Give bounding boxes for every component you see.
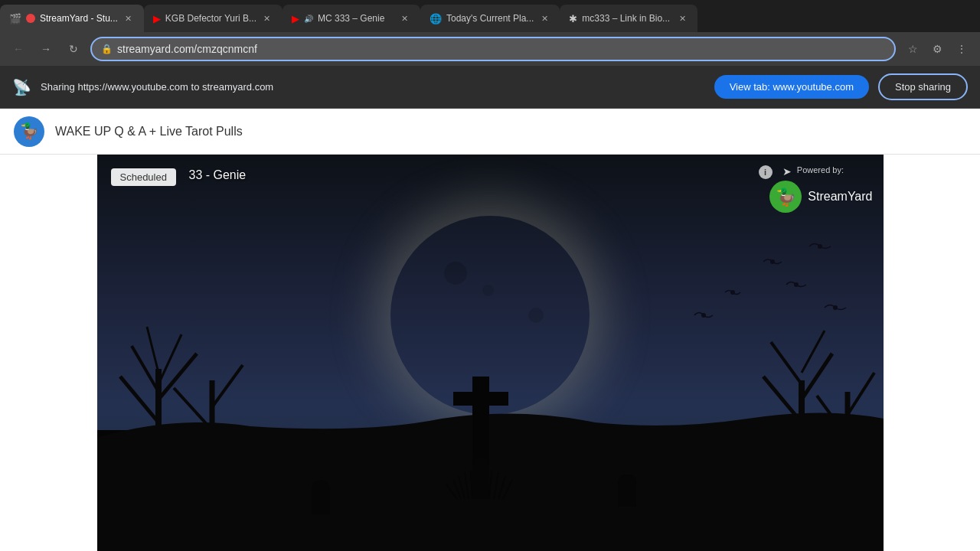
tab-close-mc333bio[interactable]: ✕ <box>676 12 688 24</box>
url-text: streamyard.com/cmzqcnmcnf <box>117 43 885 55</box>
tab-today[interactable]: 🌐 Today's Current Pla... ✕ <box>420 5 560 32</box>
tab-favicon-today: 🌐 <box>430 13 442 24</box>
svg-point-31 <box>730 290 735 295</box>
svg-text:🦆: 🦆 <box>20 122 39 140</box>
sharing-bar: 📡 Sharing https://www.youtube.com to str… <box>0 66 980 109</box>
tab-streamyard[interactable]: 🎬 StreamYard - Stu... ✕ <box>0 5 144 32</box>
tab-close-mc333[interactable]: ✕ <box>399 12 411 24</box>
tab-title-streamyard: StreamYard - Stu... <box>40 13 118 24</box>
menu-button[interactable]: ⋮ <box>951 38 972 60</box>
tab-close-streamyard[interactable]: ✕ <box>122 12 135 24</box>
powered-by-text: Powered by: <box>797 165 844 174</box>
recording-indicator <box>26 14 35 23</box>
svg-line-44 <box>848 373 874 415</box>
tab-close-today[interactable]: ✕ <box>538 12 550 24</box>
page-content: 🦆 WAKE UP Q & A + Live Tarot Pulls <box>0 109 980 551</box>
svg-rect-13 <box>453 392 508 406</box>
svg-line-40 <box>771 342 802 384</box>
svg-line-8 <box>147 327 158 373</box>
tab-kgb[interactable]: ▶ KGB Defector Yuri B... ✕ <box>144 5 283 32</box>
svg-text:🦆: 🦆 <box>776 187 797 207</box>
forward-button[interactable]: → <box>35 38 57 60</box>
tab-favicon-yt2: ▶ <box>153 13 161 24</box>
svg-rect-20 <box>250 445 258 491</box>
svg-point-34 <box>818 244 822 249</box>
watermark-duck-logo: 🦆 <box>768 179 803 214</box>
svg-rect-16 <box>648 426 659 487</box>
svg-rect-15 <box>310 442 347 452</box>
svg-point-32 <box>770 259 775 264</box>
svg-rect-19 <box>806 448 837 456</box>
svg-point-36 <box>833 305 838 310</box>
video-background: Scheduled 33 - Genie i ➤ Powered by: 🦆 <box>97 155 884 551</box>
tab-favicon-streamyard: 🎬 <box>9 13 21 24</box>
tab-title-mc333: MC 333 – Genie <box>318 13 394 24</box>
svg-point-33 <box>794 282 799 287</box>
scheduled-badge: Scheduled <box>111 168 176 186</box>
browser-chrome: 🎬 StreamYard - Stu... ✕ ▶ KGB Defector Y… <box>0 0 980 109</box>
address-bar[interactable]: 🔒 streamyard.com/cmzqcnmcnf <box>90 37 896 61</box>
tab-mc333-bio[interactable]: ✱ mc333 – Link in Bio... ✕ <box>560 5 697 32</box>
watermark-name-text: StreamYard <box>808 190 872 204</box>
nav-actions: ☆ ⚙ ⋮ <box>902 38 972 60</box>
nav-bar: ← → ↻ 🔒 streamyard.com/cmzqcnmcnf ☆ ⚙ ⋮ <box>0 32 980 66</box>
stop-sharing-button[interactable]: Stop sharing <box>878 73 968 100</box>
svg-rect-12 <box>472 377 489 468</box>
sharing-text: Sharing https://www.youtube.com to strea… <box>41 81 705 93</box>
tab-title-kgb: KGB Defector Yuri B... <box>165 13 256 24</box>
video-title-overlay: 33 - Genie <box>189 168 247 182</box>
tab-mc333[interactable]: ▶ 🔊 MC 333 – Genie ✕ <box>283 5 420 32</box>
streamyard-watermark: Powered by: 🦆 StreamYard <box>768 165 872 214</box>
site-header: 🦆 WAKE UP Q & A + Live Tarot Pulls <box>0 109 980 155</box>
svg-rect-18 <box>817 438 826 491</box>
view-tab-button[interactable]: View tab: www.youtube.com <box>714 75 869 99</box>
tab-title-mc333bio: mc333 – Link in Bio... <box>582 13 671 24</box>
address-security-icon: 🔒 <box>101 44 113 54</box>
svg-rect-17 <box>635 439 672 448</box>
tab-favicon-yt3: ▶ <box>292 13 299 24</box>
site-logo: 🦆 <box>12 115 46 148</box>
tab-bar: 🎬 StreamYard - Stu... ✕ ▶ KGB Defector Y… <box>0 0 980 32</box>
bookmark-button[interactable]: ☆ <box>902 38 923 60</box>
share-cast-icon: 📡 <box>12 78 31 96</box>
halloween-scene-svg <box>97 155 884 551</box>
site-page-title: WAKE UP Q & A + Live Tarot Pulls <box>55 125 243 139</box>
back-button[interactable]: ← <box>8 38 29 60</box>
svg-line-41 <box>802 331 825 373</box>
reload-button[interactable]: ↻ <box>63 38 84 60</box>
svg-point-35 <box>701 313 706 318</box>
svg-line-11 <box>212 365 243 407</box>
tab-close-kgb[interactable]: ✕ <box>261 12 273 24</box>
svg-rect-21 <box>243 454 266 461</box>
tab-title-today: Today's Current Pla... <box>446 13 534 24</box>
tab-media-icon: 🔊 <box>304 15 313 23</box>
video-container: Scheduled 33 - Genie i ➤ Powered by: 🦆 <box>97 155 884 551</box>
svg-line-39 <box>802 354 832 399</box>
tab-favicon-mc333bio: ✱ <box>569 13 577 24</box>
extensions-button[interactable]: ⚙ <box>926 38 948 60</box>
